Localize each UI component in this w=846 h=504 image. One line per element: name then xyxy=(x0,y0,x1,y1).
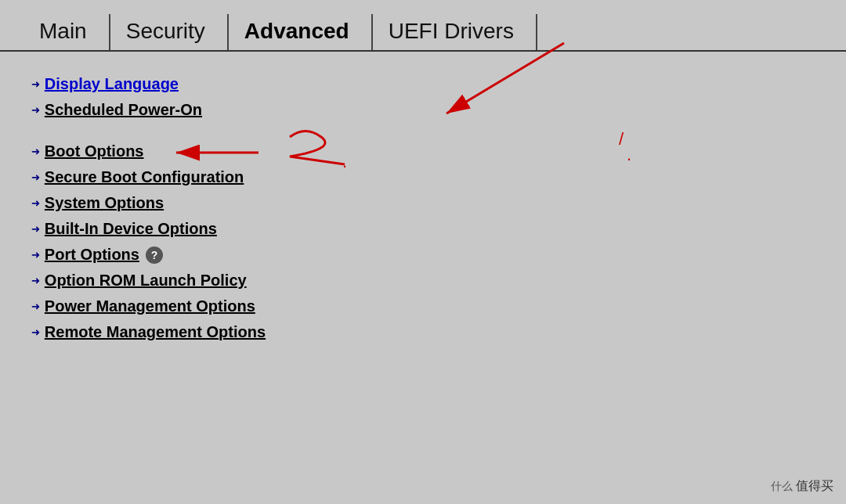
nav-item-security[interactable]: Security xyxy=(110,14,229,50)
menu-item-port-options[interactable]: ➜ Port Options ? xyxy=(31,246,815,264)
menu-label-option-rom-launch-policy: Option ROM Launch Policy xyxy=(45,272,247,290)
menu-item-secure-boot-configuration[interactable]: ➜ Secure Boot Configuration xyxy=(31,168,815,186)
menu-label-boot-options: Boot Options xyxy=(45,142,144,160)
watermark-text: 值得买 xyxy=(796,478,833,495)
menu-item-boot-options[interactable]: ➜ Boot Options xyxy=(31,142,815,160)
menu-item-power-management-options[interactable]: ➜ Power Management Options xyxy=(31,297,815,315)
arrow-icon-power-management-options: ➜ xyxy=(31,298,40,315)
arrow-icon-port-options: ➜ xyxy=(31,247,40,264)
arrow-icon-boot-options: ➜ xyxy=(31,143,40,160)
watermark: 什么 值得买 xyxy=(771,478,833,495)
content-area: ➜ Display Language ➜ Scheduled Power-On … xyxy=(0,52,846,373)
arrow-icon-display-language: ➜ xyxy=(31,76,40,93)
help-icon-port-options[interactable]: ? xyxy=(146,247,163,264)
arrow-icon-built-in-device-options: ➜ xyxy=(31,221,40,238)
menu-label-built-in-device-options: Built-In Device Options xyxy=(45,220,217,238)
nav-bar: Main Security Advanced UEFI Drivers xyxy=(0,0,846,52)
menu-label-remote-management-options: Remote Management Options xyxy=(45,323,266,341)
menu-label-secure-boot-configuration: Secure Boot Configuration xyxy=(45,168,244,186)
menu-label-power-management-options: Power Management Options xyxy=(45,297,255,315)
menu-label-scheduled-power-on: Scheduled Power-On xyxy=(45,101,202,119)
menu-label-display-language: Display Language xyxy=(45,75,179,93)
arrow-icon-option-rom-launch-policy: ➜ xyxy=(31,272,40,290)
menu-label-port-options: Port Options xyxy=(45,246,139,264)
menu-item-option-rom-launch-policy[interactable]: ➜ Option ROM Launch Policy xyxy=(31,272,815,290)
arrow-icon-scheduled-power-on: ➜ xyxy=(31,102,40,119)
bios-screen: Main Security Advanced UEFI Drivers ➜ Di… xyxy=(0,0,846,504)
menu-item-remote-management-options[interactable]: ➜ Remote Management Options xyxy=(31,323,815,341)
menu-item-display-language[interactable]: ➜ Display Language xyxy=(31,75,815,93)
menu-label-system-options: System Options xyxy=(45,194,164,212)
menu-item-system-options[interactable]: ➜ System Options xyxy=(31,194,815,212)
menu-item-scheduled-power-on[interactable]: ➜ Scheduled Power-On xyxy=(31,101,815,119)
menu-item-built-in-device-options[interactable]: ➜ Built-In Device Options xyxy=(31,220,815,238)
arrow-icon-system-options: ➜ xyxy=(31,195,40,212)
nav-item-main[interactable]: Main xyxy=(31,14,110,50)
nav-item-advanced[interactable]: Advanced xyxy=(229,14,373,50)
watermark-prefix: 什么 xyxy=(771,480,793,494)
spacer-1 xyxy=(31,127,815,142)
nav-item-uefi-drivers[interactable]: UEFI Drivers xyxy=(373,14,537,50)
arrow-icon-remote-management-options: ➜ xyxy=(31,324,40,341)
arrow-icon-secure-boot-configuration: ➜ xyxy=(31,169,40,186)
